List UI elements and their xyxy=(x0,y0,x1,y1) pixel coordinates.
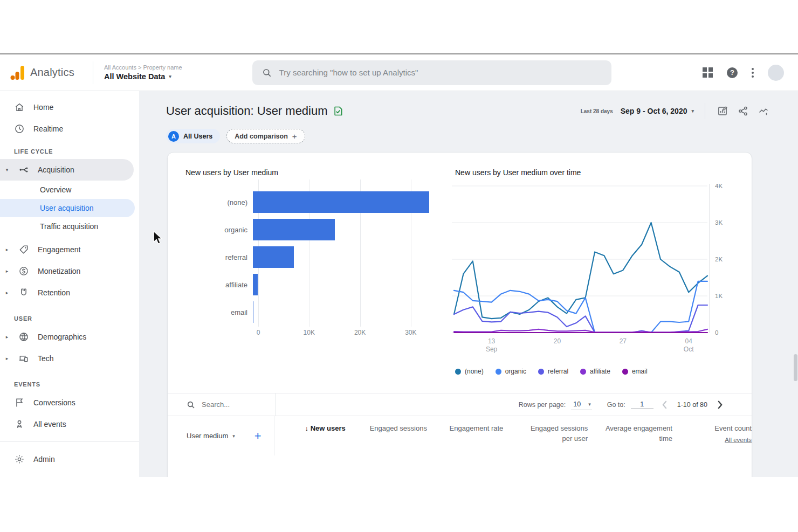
sidebar-item-label: All events xyxy=(33,420,66,429)
edit-comparisons-icon[interactable] xyxy=(716,105,729,118)
column-header-engaged-sessions[interactable]: Engaged sessions xyxy=(346,424,427,455)
sidebar-item-overview[interactable]: Overview xyxy=(0,181,139,199)
search-bar[interactable] xyxy=(252,60,611,85)
svg-text:2K: 2K xyxy=(715,256,723,262)
bar xyxy=(253,246,294,268)
all-users-chip[interactable]: A All Users xyxy=(166,129,220,143)
next-page-button[interactable] xyxy=(714,399,726,411)
line-chart-title: New users by User medium over time xyxy=(455,168,581,177)
sidebar-item-label: Conversions xyxy=(33,398,75,407)
svg-text:1K: 1K xyxy=(715,293,723,299)
svg-text:13: 13 xyxy=(488,337,496,345)
column-header-engagement-rate[interactable]: Engagement rate xyxy=(427,424,503,455)
main-content: User acquisition: User medium Last 28 da… xyxy=(139,91,798,477)
breadcrumb: All Accounts > Property name xyxy=(104,64,182,71)
sidebar-item-label: Acquisition xyxy=(38,165,74,174)
table-search[interactable] xyxy=(168,393,276,416)
date-range-selector[interactable]: Sep 9 - Oct 6, 2020 ▾ xyxy=(621,107,694,115)
apps-grid-icon[interactable] xyxy=(703,67,713,78)
column-header-engaged-sessions-per-user[interactable]: Engaged sessions per user xyxy=(503,424,588,455)
legend-item: affiliate xyxy=(580,368,610,375)
bar xyxy=(253,219,335,240)
x-axis-tick: 30K xyxy=(405,329,416,336)
line-chart: 01K2K3K4K13Sep202704Oct xyxy=(452,181,734,361)
bar-row: (none) xyxy=(185,191,439,213)
add-dimension-button[interactable]: + xyxy=(254,429,262,443)
table-search-input[interactable] xyxy=(202,400,261,409)
devices-icon xyxy=(18,353,29,364)
pagination-range: 1-10 of 80 xyxy=(677,401,707,409)
insights-icon[interactable] xyxy=(757,105,770,118)
sidebar-item-admin[interactable]: Admin xyxy=(0,448,139,470)
svg-text:20: 20 xyxy=(554,337,561,345)
chevron-down-icon: ▾ xyxy=(691,108,694,114)
home-icon xyxy=(14,102,25,113)
tag-icon xyxy=(18,244,29,255)
top-bar: Analytics All Accounts > Property name A… xyxy=(0,54,798,91)
legend-dot xyxy=(580,369,586,375)
account-selector[interactable]: All Accounts > Property name All Website… xyxy=(93,64,182,81)
search-input[interactable] xyxy=(279,68,602,77)
kebab-menu-icon[interactable] xyxy=(752,68,754,78)
bar-category-label: organic xyxy=(185,226,253,234)
svg-text:0: 0 xyxy=(715,329,718,336)
add-comparison-button[interactable]: Add comparison + xyxy=(226,129,305,143)
bar-category-label: (none) xyxy=(185,198,253,206)
previous-page-button[interactable] xyxy=(659,399,671,411)
sidebar-item-label: Tech xyxy=(38,354,54,363)
share-icon[interactable] xyxy=(737,105,749,118)
app-title: Analytics xyxy=(30,66,74,79)
scrollbar-thumb[interactable] xyxy=(794,354,797,381)
sidebar-item-label: Realtime xyxy=(33,125,63,133)
svg-text:4K: 4K xyxy=(715,183,723,189)
help-icon[interactable]: ? xyxy=(727,67,738,78)
plus-icon: + xyxy=(292,132,297,141)
goto-page-input[interactable] xyxy=(631,400,653,409)
svg-text:Sep: Sep xyxy=(486,346,498,353)
bar-category-label: affiliate xyxy=(185,281,253,289)
bar-row: referral xyxy=(185,246,439,268)
report-card: New users by User medium New users by Us… xyxy=(167,152,752,477)
sidebar-item-label: Admin xyxy=(33,455,55,464)
app-window: Analytics All Accounts > Property name A… xyxy=(0,53,798,477)
sidebar-item-acquisition[interactable]: ▾ Acquisition xyxy=(0,159,134,181)
divider xyxy=(0,441,139,442)
bar xyxy=(253,274,258,295)
event-count-filter[interactable]: All events xyxy=(689,436,752,445)
rows-per-page-label: Rows per page: xyxy=(519,401,566,409)
gear-icon xyxy=(14,454,25,465)
avatar[interactable] xyxy=(768,65,784,81)
rows-per-page-select[interactable]: 10 ▾ xyxy=(571,399,591,410)
legend-item: referral xyxy=(538,368,568,375)
column-header-new-users[interactable]: ↓ New users xyxy=(274,424,346,455)
sidebar-item-all-events[interactable]: All events xyxy=(0,413,139,435)
line-series-organic xyxy=(454,281,707,333)
sidebar-item-tech[interactable]: ▸ Tech xyxy=(0,348,139,369)
dimension-column-header[interactable]: User medium ▾ xyxy=(187,432,235,440)
bar xyxy=(253,191,429,213)
legend-item: organic xyxy=(496,368,526,375)
sidebar-item-demographics[interactable]: ▸ Demographics xyxy=(0,326,139,348)
line-series-none xyxy=(454,223,707,319)
sidebar-item-traffic-acquisition[interactable]: Traffic acquisition xyxy=(0,217,139,236)
bar-chart: (none)organicreferralaffiliateemail 010K… xyxy=(185,191,439,342)
sidebar-item-conversions[interactable]: Conversions xyxy=(0,392,139,413)
sidebar-item-monetization[interactable]: ▸ Monetization xyxy=(0,260,139,282)
chevron-down-icon: ▾ xyxy=(232,433,235,439)
column-header-average-engagement-time[interactable]: Average engagement time xyxy=(588,424,672,455)
sidebar-item-home[interactable]: Home xyxy=(0,96,139,118)
sidebar-item-realtime[interactable]: Realtime xyxy=(0,118,139,140)
dollar-icon xyxy=(18,266,29,277)
sidebar-item-engagement[interactable]: ▸ Engagement xyxy=(0,239,139,260)
sort-descending-icon: ↓ xyxy=(305,424,309,432)
legend-item: (none) xyxy=(455,368,484,375)
x-axis-tick: 0 xyxy=(257,329,260,336)
bar-chart-title: New users by User medium xyxy=(185,168,278,177)
audience-badge: A xyxy=(168,131,179,142)
clock-icon xyxy=(14,123,25,134)
analytics-logo[interactable]: Analytics xyxy=(0,65,93,80)
sidebar-item-retention[interactable]: ▸ Retention xyxy=(0,282,139,303)
sidebar-item-user-acquisition[interactable]: User acquisition xyxy=(0,199,135,217)
column-header-event-count[interactable]: Event count All events xyxy=(672,424,752,455)
flag-icon xyxy=(14,397,25,408)
